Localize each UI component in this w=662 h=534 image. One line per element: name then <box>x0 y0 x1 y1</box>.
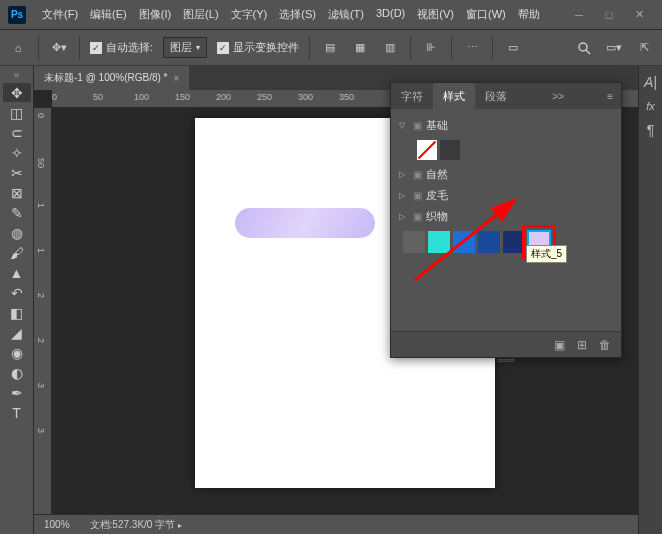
app-logo: Ps <box>8 6 26 24</box>
style-none[interactable] <box>417 140 437 160</box>
menu-T[interactable]: 滤镜(T) <box>322 7 370 22</box>
more-icon[interactable]: ⋯ <box>462 38 482 58</box>
character-panel-icon[interactable]: A| <box>644 74 657 90</box>
style-default[interactable] <box>440 140 460 160</box>
align-icon-1[interactable]: ▤ <box>320 38 340 58</box>
panel-more[interactable]: >> <box>544 91 572 102</box>
menu-F[interactable]: 文件(F) <box>36 7 84 22</box>
eyedropper-tool[interactable]: ✎ <box>3 203 31 222</box>
styles-panel: 字符 样式 段落 >> ≡ ▽▣基础 ▷▣自然 ▷▣皮毛 ▷▣织物 ▣ ⊞ 🗑 … <box>390 82 622 358</box>
style-tooltip: 样式_5 <box>526 245 567 263</box>
folder-nature[interactable]: ▷▣自然 <box>399 164 613 185</box>
svg-line-1 <box>586 50 590 54</box>
tab-close-icon[interactable]: × <box>174 73 180 84</box>
menu-S[interactable]: 选择(S) <box>273 7 322 22</box>
style-swatch-4[interactable] <box>503 231 525 253</box>
svg-point-0 <box>579 43 587 51</box>
style-swatch-3[interactable] <box>478 231 500 253</box>
menu-DD[interactable]: 3D(D) <box>370 7 411 22</box>
tab-title: 未标题-1 @ 100%(RGB/8) * <box>44 71 168 85</box>
move-tool-icon[interactable]: ✥▾ <box>49 38 69 58</box>
style-swatch-1[interactable] <box>428 231 450 253</box>
menu-[interactable]: 帮助 <box>512 7 546 22</box>
maximize-button[interactable]: □ <box>594 5 624 25</box>
gradient-tool[interactable]: ◢ <box>3 323 31 342</box>
zoom-level[interactable]: 100% <box>44 519 70 530</box>
trash-icon[interactable]: 🗑 <box>599 338 611 352</box>
marquee-tool[interactable]: ◫ <box>3 103 31 122</box>
share-icon[interactable]: ⇱ <box>634 38 654 58</box>
folder-fur[interactable]: ▷▣皮毛 <box>399 185 613 206</box>
heal-tool[interactable]: ◍ <box>3 223 31 242</box>
tab-character[interactable]: 字符 <box>391 83 433 109</box>
align-icon-2[interactable]: ▦ <box>350 38 370 58</box>
rounded-rect-shape[interactable] <box>235 208 375 238</box>
dodge-tool[interactable]: ◐ <box>3 363 31 382</box>
close-button[interactable]: ✕ <box>624 5 654 25</box>
auto-select-checkbox[interactable]: ✓自动选择: <box>90 40 153 55</box>
move-tool[interactable]: ✥ <box>3 83 31 102</box>
type-tool[interactable]: T <box>3 403 31 422</box>
distribute-icon[interactable]: ⊪ <box>421 38 441 58</box>
pen-tool[interactable]: ✒ <box>3 383 31 402</box>
folder-new-icon[interactable]: ▣ <box>554 338 565 352</box>
menu-L[interactable]: 图层(L) <box>177 7 224 22</box>
paragraph-panel-icon[interactable]: ¶ <box>647 122 655 138</box>
new-style-icon[interactable]: ⊞ <box>577 338 587 352</box>
doc-info[interactable]: 文档:527.3K/0 字节 ▸ <box>90 518 182 532</box>
auto-select-label: 自动选择: <box>106 40 153 55</box>
stamp-tool[interactable]: ▲ <box>3 263 31 282</box>
style-swatch-0[interactable] <box>403 231 425 253</box>
toolbox-collapse[interactable]: » <box>14 70 19 80</box>
show-transform-checkbox[interactable]: ✓显示变换控件 <box>217 40 299 55</box>
home-icon[interactable]: ⌂ <box>8 38 28 58</box>
menu-E[interactable]: 编辑(E) <box>84 7 133 22</box>
toolbox: » ✥ ◫ ⊂ ✧ ✂ ⊠ ✎ ◍ 🖌 ▲ ↶ ◧ ◢ ◉ ◐ ✒ T <box>0 66 34 534</box>
panel-menu-icon[interactable]: ≡ <box>599 91 621 102</box>
menu-W[interactable]: 窗口(W) <box>460 7 512 22</box>
history-tool[interactable]: ↶ <box>3 283 31 302</box>
search-icon[interactable] <box>574 38 594 58</box>
mode-icon[interactable]: ▭ <box>503 38 523 58</box>
document-tab[interactable]: 未标题-1 @ 100%(RGB/8) * × <box>34 66 189 90</box>
menu-I[interactable]: 图像(I) <box>133 7 177 22</box>
style-swatch-2[interactable] <box>453 231 475 253</box>
brush-tool[interactable]: 🖌 <box>3 243 31 262</box>
eraser-tool[interactable]: ◧ <box>3 303 31 322</box>
ruler-vertical: 050112233 <box>34 108 52 514</box>
lasso-tool[interactable]: ⊂ <box>3 123 31 142</box>
crop-tool[interactable]: ✂ <box>3 163 31 182</box>
frame-tool[interactable]: ⊠ <box>3 183 31 202</box>
menu-V[interactable]: 视图(V) <box>411 7 460 22</box>
folder-basic[interactable]: ▽▣基础 <box>399 115 613 136</box>
tab-paragraph[interactable]: 段落 <box>475 83 517 109</box>
layer-dropdown[interactable]: 图层▾ <box>163 37 207 58</box>
align-icon-3[interactable]: ▥ <box>380 38 400 58</box>
show-transform-label: 显示变换控件 <box>233 40 299 55</box>
wand-tool[interactable]: ✧ <box>3 143 31 162</box>
minimize-button[interactable]: ─ <box>564 5 594 25</box>
folder-fabric[interactable]: ▷▣织物 <box>399 206 613 227</box>
workspace-icon[interactable]: ▭▾ <box>604 38 624 58</box>
tab-styles[interactable]: 样式 <box>433 83 475 109</box>
blur-tool[interactable]: ◉ <box>3 343 31 362</box>
right-dock: A| fx ¶ <box>638 66 662 534</box>
fx-panel-icon[interactable]: fx <box>646 100 655 112</box>
menu-Y[interactable]: 文字(Y) <box>225 7 274 22</box>
panel-resize-grip[interactable]: ═══ <box>497 356 514 365</box>
